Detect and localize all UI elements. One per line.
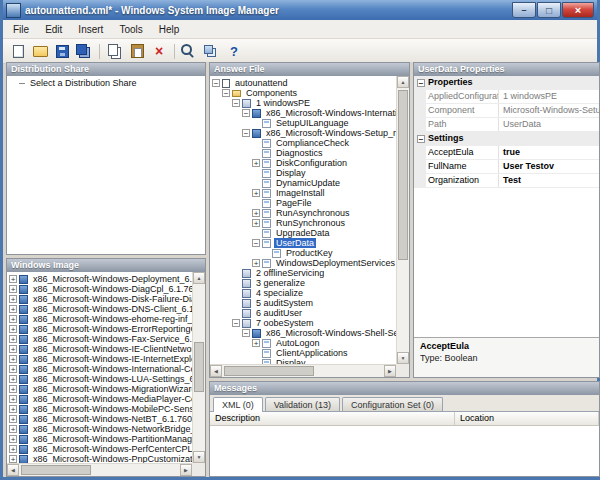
messages-list[interactable] bbox=[210, 426, 599, 476]
property-row[interactable]: FullNameUser Testov bbox=[414, 160, 599, 174]
tree-item[interactable]: ProductKey bbox=[210, 248, 396, 258]
close-button[interactable] bbox=[562, 2, 594, 18]
tree-item[interactable]: SetupUILanguage bbox=[210, 118, 396, 128]
tree-item[interactable]: +x86_Microsoft-Windows-ehome-reg-inf_6.1… bbox=[7, 314, 192, 324]
tree-item[interactable]: +x86_Microsoft-Windows-ErrorReportingCor… bbox=[7, 324, 192, 334]
property-value[interactable]: 1 windowsPE bbox=[499, 90, 599, 103]
maximize-button[interactable] bbox=[537, 2, 561, 18]
collapse-icon[interactable]: − bbox=[242, 109, 250, 117]
help-button[interactable] bbox=[224, 41, 244, 61]
property-row[interactable]: ComponentMicrosoft-Windows-Setup bbox=[414, 104, 599, 118]
expand-icon[interactable]: + bbox=[252, 259, 260, 267]
vertical-scrollbar[interactable]: ▲ ▼ bbox=[396, 76, 409, 364]
tree-item[interactable]: +x86_Microsoft-Windows-DiagCpl_6.1.7601.… bbox=[7, 284, 192, 294]
expand-icon[interactable]: + bbox=[9, 305, 17, 313]
expand-icon[interactable]: + bbox=[9, 295, 17, 303]
scroll-right-icon[interactable]: ▶ bbox=[384, 365, 396, 377]
tree-item[interactable]: ClientApplications bbox=[210, 348, 396, 358]
collapse-icon[interactable]: − bbox=[242, 329, 250, 337]
tree-item[interactable]: +RunSynchronous bbox=[210, 218, 396, 228]
scroll-up-icon[interactable]: ▲ bbox=[397, 76, 409, 88]
tree-item[interactable]: Display bbox=[210, 168, 396, 178]
horizontal-scrollbar[interactable]: ◀ ▶ bbox=[210, 364, 396, 377]
menu-edit[interactable]: Edit bbox=[37, 22, 70, 37]
property-category[interactable]: −Properties bbox=[414, 76, 599, 90]
property-row[interactable]: PathUserData bbox=[414, 118, 599, 132]
menu-tools[interactable]: Tools bbox=[111, 22, 150, 37]
expand-icon[interactable]: + bbox=[9, 275, 17, 283]
tree-item[interactable]: Select a Distribution Share bbox=[7, 78, 205, 88]
scroll-down-icon[interactable]: ▼ bbox=[397, 352, 409, 364]
tree-item[interactable]: 5 auditSystem bbox=[210, 298, 396, 308]
scrollbar-thumb[interactable] bbox=[398, 90, 408, 260]
expand-icon[interactable]: + bbox=[9, 325, 17, 333]
tree-item[interactable]: +x86_Microsoft-Windows-NetworkBridge_6.1… bbox=[7, 424, 192, 434]
config-set-button[interactable] bbox=[202, 41, 222, 61]
expand-icon[interactable]: + bbox=[9, 435, 17, 443]
scroll-up-icon[interactable]: ▲ bbox=[193, 272, 205, 284]
tree-item[interactable]: −Components bbox=[210, 88, 396, 98]
tree-item[interactable]: +AutoLogon bbox=[210, 338, 396, 348]
scroll-down-icon[interactable]: ▼ bbox=[193, 451, 205, 463]
tree-item[interactable]: +x86_Microsoft-Windows-IE-InternetExplor… bbox=[7, 354, 192, 364]
open-file-button[interactable] bbox=[30, 41, 50, 61]
expand-icon[interactable]: + bbox=[9, 345, 17, 353]
tree-item[interactable]: +x86_Microsoft-Windows-MigrationWizardAp… bbox=[7, 384, 192, 394]
tree-item[interactable]: +x86_Microsoft-Windows-DNS-Client_6.1.76… bbox=[7, 304, 192, 314]
vertical-scrollbar[interactable]: ▲ ▼ bbox=[192, 272, 205, 463]
property-value[interactable]: UserData bbox=[499, 118, 599, 131]
scroll-right-icon[interactable]: ▶ bbox=[180, 464, 192, 476]
property-category[interactable]: −Settings bbox=[414, 132, 599, 146]
tab-validation[interactable]: Validation (13) bbox=[265, 397, 340, 411]
expand-icon[interactable]: + bbox=[252, 209, 260, 217]
scroll-left-icon[interactable]: ◀ bbox=[210, 365, 222, 377]
menu-file[interactable]: File bbox=[5, 22, 37, 37]
collapse-icon[interactable]: − bbox=[417, 135, 425, 143]
collapse-icon[interactable]: − bbox=[222, 89, 230, 97]
expand-icon[interactable]: + bbox=[9, 395, 17, 403]
column-header-description[interactable]: Description bbox=[210, 412, 455, 426]
tree-item[interactable]: +x86_Microsoft-Windows-MobilePC-Sensors-… bbox=[7, 404, 192, 414]
save-all-button[interactable] bbox=[74, 41, 94, 61]
tree-item[interactable]: +x86_Microsoft-Windows-International-Cor… bbox=[7, 364, 192, 374]
expand-icon[interactable]: + bbox=[252, 189, 260, 197]
tree-item[interactable]: +x86_Microsoft-Windows-Disk-Failure-Diag… bbox=[7, 294, 192, 304]
tree-item[interactable]: +WindowsDeploymentServices bbox=[210, 258, 396, 268]
expand-icon[interactable]: + bbox=[252, 339, 260, 347]
tree-item[interactable]: 2 offlineServicing bbox=[210, 268, 396, 278]
validate-button[interactable] bbox=[180, 41, 200, 61]
tree-item[interactable]: +x86_Microsoft-Windows-PerfCenterCPL_6.1… bbox=[7, 444, 192, 454]
property-value[interactable]: true bbox=[499, 146, 599, 159]
tree-item[interactable]: ComplianceCheck bbox=[210, 138, 396, 148]
tab-configuration[interactable]: Configuration Set (0) bbox=[342, 397, 443, 411]
expand-icon[interactable]: + bbox=[9, 425, 17, 433]
tree-item[interactable]: −1 windowsPE bbox=[210, 98, 396, 108]
tree-item[interactable]: −autounattend bbox=[210, 78, 396, 88]
expand-icon[interactable]: + bbox=[9, 455, 17, 463]
property-value[interactable]: Microsoft-Windows-Setup bbox=[499, 104, 599, 117]
tree-item[interactable]: DynamicUpdate bbox=[210, 178, 396, 188]
tree-item[interactable]: Diagnostics bbox=[210, 148, 396, 158]
expand-icon[interactable]: + bbox=[9, 335, 17, 343]
collapse-icon[interactable]: − bbox=[232, 99, 240, 107]
tree-item[interactable]: +x86_Microsoft-Windows-Deployment_6.1.76… bbox=[7, 274, 192, 284]
scrollbar-thumb[interactable] bbox=[21, 465, 91, 475]
collapse-icon[interactable]: − bbox=[212, 79, 220, 87]
save-button[interactable] bbox=[52, 41, 72, 61]
tree-item[interactable]: −UserData bbox=[210, 238, 396, 248]
copy-button[interactable] bbox=[105, 41, 125, 61]
delete-button[interactable] bbox=[149, 41, 169, 61]
property-row[interactable]: OrganizationTest bbox=[414, 174, 599, 188]
tree-item[interactable]: +x86_Microsoft-Windows-LUA-Settings_6.1.… bbox=[7, 374, 192, 384]
property-value[interactable]: User Testov bbox=[499, 160, 599, 173]
expand-icon[interactable]: + bbox=[9, 385, 17, 393]
tree-item[interactable]: +x86_Microsoft-Windows-IE-ClientNetworkP… bbox=[7, 344, 192, 354]
tree-item[interactable]: 4 specialize bbox=[210, 288, 396, 298]
tree-item[interactable]: 6 auditUser bbox=[210, 308, 396, 318]
expand-icon[interactable]: + bbox=[9, 285, 17, 293]
property-row[interactable]: AcceptEulatrue bbox=[414, 146, 599, 160]
expand-icon[interactable]: + bbox=[9, 355, 17, 363]
expand-icon[interactable]: + bbox=[252, 159, 260, 167]
expand-icon[interactable]: + bbox=[9, 365, 17, 373]
minimize-button[interactable] bbox=[512, 2, 536, 18]
